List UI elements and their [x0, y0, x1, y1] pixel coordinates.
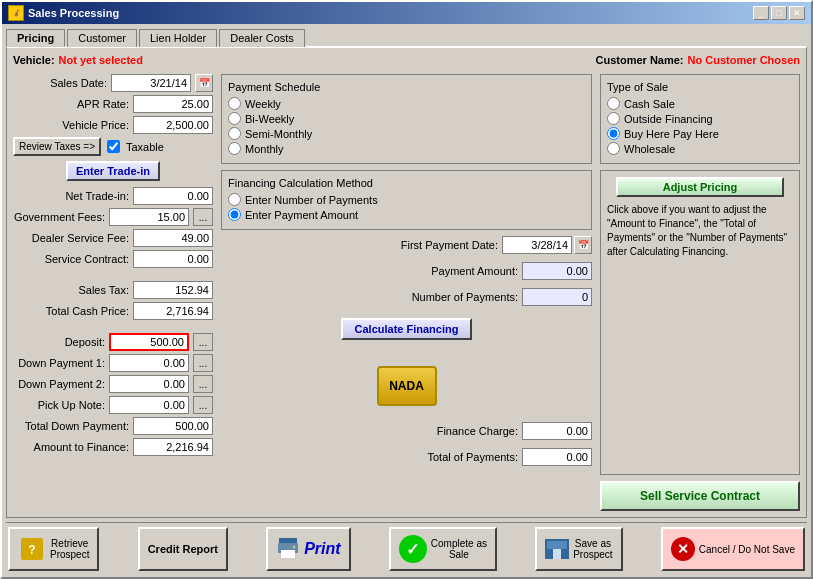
vehicle-price-input[interactable]: [133, 116, 213, 134]
first-payment-date-label: First Payment Date:: [221, 239, 498, 251]
taxable-checkbox[interactable]: [107, 140, 120, 153]
down-payment1-label: Down Payment 1:: [13, 357, 105, 369]
dealer-service-row: Dealer Service Fee:: [13, 229, 213, 247]
radio-wholesale[interactable]: Wholesale: [607, 142, 793, 155]
svg-rect-4: [281, 550, 295, 558]
vehicle-price-label: Vehicle Price:: [13, 119, 129, 131]
sell-service-contract-button[interactable]: Sell Service Contract: [600, 481, 800, 511]
nada-text: NADA: [389, 379, 424, 393]
pickup-note-ellipsis[interactable]: ...: [193, 396, 213, 414]
tab-dealer-costs[interactable]: Dealer Costs: [219, 29, 305, 47]
vehicle-label: Vehicle:: [13, 54, 55, 66]
apr-rate-label: APR Rate:: [13, 98, 129, 110]
calculate-financing-button[interactable]: Calculate Financing: [341, 318, 473, 340]
outside-financing-label: Outside Financing: [624, 113, 713, 125]
radio-outside-financing[interactable]: Outside Financing: [607, 112, 793, 125]
pickup-note-row: Pick Up Note: ...: [13, 396, 213, 414]
down-payment2-label: Down Payment 2:: [13, 378, 105, 390]
down-payment1-row: Down Payment 1: ...: [13, 354, 213, 372]
amount-finance-input[interactable]: [133, 438, 213, 456]
pickup-note-label: Pick Up Note:: [13, 399, 105, 411]
finance-charge-label: Finance Charge:: [221, 425, 518, 437]
num-payments-option: Enter Number of Payments: [245, 194, 378, 206]
title-bar: 💰 Sales Processing _ □ ✕: [2, 2, 811, 24]
save-icon: [545, 539, 569, 559]
right-column: Type of Sale Cash Sale Outside Financing…: [600, 74, 800, 511]
save-prospect-button[interactable]: Save asProspect: [535, 527, 622, 571]
customer-info: Customer Name: No Customer Chosen: [596, 54, 801, 66]
payment-schedule-title: Payment Schedule: [228, 81, 585, 93]
payment-amount-label: Payment Amount:: [221, 265, 518, 277]
payment-amount-input[interactable]: [522, 262, 592, 280]
cancel-button[interactable]: ✕ Cancel / Do Not Save: [661, 527, 805, 571]
complete-sale-label: Complete asSale: [431, 538, 487, 560]
complete-sale-button[interactable]: ✓ Complete asSale: [389, 527, 497, 571]
down-payment2-input[interactable]: [109, 375, 189, 393]
tab-pricing[interactable]: Pricing: [6, 29, 65, 47]
radio-biweekly[interactable]: Bi-Weekly: [228, 112, 585, 125]
finance-charge-input[interactable]: [522, 422, 592, 440]
sales-date-row: Sales Date: 📅: [13, 74, 213, 92]
minimize-button[interactable]: _: [753, 6, 769, 20]
num-payments-row: Number of Payments:: [221, 288, 592, 306]
maximize-button[interactable]: □: [771, 6, 787, 20]
cancel-icon: ✕: [671, 537, 695, 561]
radio-semimonthly[interactable]: Semi-Monthly: [228, 127, 585, 140]
amount-finance-label: Amount to Finance:: [13, 441, 129, 453]
radio-num-payments[interactable]: Enter Number of Payments: [228, 193, 585, 206]
total-payments-input[interactable]: [522, 448, 592, 466]
sales-date-calendar[interactable]: 📅: [195, 74, 213, 92]
apr-rate-input[interactable]: [133, 95, 213, 113]
net-trade-input[interactable]: [133, 187, 213, 205]
print-button[interactable]: Print: [266, 527, 350, 571]
cancel-label: Cancel / Do Not Save: [699, 544, 795, 555]
pickup-note-input[interactable]: [109, 396, 189, 414]
sales-date-input[interactable]: [111, 74, 191, 92]
monthly-label: Monthly: [245, 143, 284, 155]
radio-payment-amount[interactable]: Enter Payment Amount: [228, 208, 585, 221]
credit-report-button[interactable]: Credit Report: [138, 527, 228, 571]
tab-lien-holder[interactable]: Lien Holder: [139, 29, 217, 47]
total-down-input[interactable]: [133, 417, 213, 435]
total-cash-input[interactable]: [133, 302, 213, 320]
vehicle-info: Vehicle: Not yet selected: [13, 54, 143, 66]
window-title: Sales Processing: [28, 7, 119, 19]
deposit-input[interactable]: [109, 333, 189, 351]
total-payments-row: Total of Payments:: [221, 448, 592, 466]
deposit-ellipsis[interactable]: ...: [193, 333, 213, 351]
weekly-label: Weekly: [245, 98, 281, 110]
retrieve-prospect-button[interactable]: ? RetrieveProspect: [8, 527, 99, 571]
radio-monthly[interactable]: Monthly: [228, 142, 585, 155]
deposit-row: Deposit: ...: [13, 333, 213, 351]
title-bar-left: 💰 Sales Processing: [8, 5, 119, 21]
finance-charge-row: Finance Charge:: [221, 422, 592, 440]
total-cash-row: Total Cash Price:: [13, 302, 213, 320]
first-payment-calendar[interactable]: 📅: [574, 236, 592, 254]
radio-weekly[interactable]: Weekly: [228, 97, 585, 110]
down-payment1-input[interactable]: [109, 354, 189, 372]
gov-fees-ellipsis[interactable]: ...: [193, 208, 213, 226]
radio-cash-sale[interactable]: Cash Sale: [607, 97, 793, 110]
bottom-bar: ? RetrieveProspect Credit Report: [6, 522, 807, 573]
num-payments-input[interactable]: [522, 288, 592, 306]
close-button[interactable]: ✕: [789, 6, 805, 20]
retrieve-icon: ?: [18, 535, 46, 563]
dealer-service-input[interactable]: [133, 229, 213, 247]
gov-fees-input[interactable]: [109, 208, 189, 226]
tab-customer[interactable]: Customer: [67, 29, 137, 47]
review-taxes-button[interactable]: Review Taxes =>: [13, 137, 101, 156]
down-payment1-ellipsis[interactable]: ...: [193, 354, 213, 372]
svg-rect-7: [547, 541, 567, 549]
down-payment2-ellipsis[interactable]: ...: [193, 375, 213, 393]
first-payment-date-input[interactable]: [502, 236, 572, 254]
payment-amount-row: Payment Amount:: [221, 262, 592, 280]
apr-rate-row: APR Rate:: [13, 95, 213, 113]
sales-tax-label: Sales Tax:: [13, 284, 129, 296]
sales-tax-input[interactable]: [133, 281, 213, 299]
radio-buy-here-pay-here[interactable]: Buy Here Pay Here: [607, 127, 793, 140]
adjust-pricing-button[interactable]: Adjust Pricing: [616, 177, 783, 197]
service-contract-input[interactable]: [133, 250, 213, 268]
svg-text:?: ?: [28, 543, 35, 557]
enter-trade-in-button[interactable]: Enter Trade-in: [66, 161, 160, 181]
amount-finance-row: Amount to Finance:: [13, 438, 213, 456]
